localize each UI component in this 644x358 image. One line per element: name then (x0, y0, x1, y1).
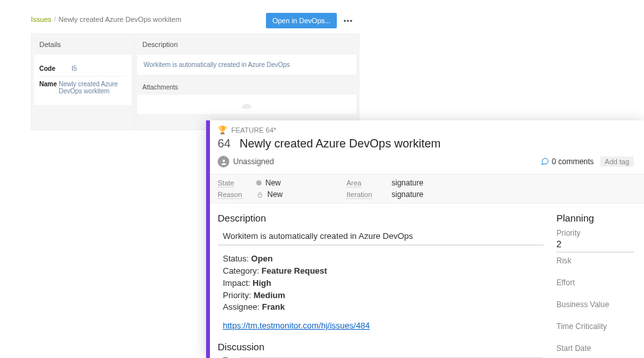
state-band: State New Area signature Reason New Iter… (210, 174, 644, 203)
description-summary[interactable]: Workitem is automatically created in Azu… (218, 229, 544, 245)
issue-panel: Details Code I5 Name Newly created Azure… (31, 33, 359, 130)
svg-rect-1 (258, 194, 262, 197)
code-row: Code I5 (39, 61, 126, 77)
description-text: Workitem is automatically created in Azu… (137, 55, 356, 75)
workitem-type-line: 🏆 FEATURE 64* (218, 126, 634, 135)
code-label: Code (39, 65, 71, 72)
discussion-section: Discussion FK (218, 341, 544, 358)
state-value[interactable]: New (256, 178, 346, 187)
attachment-placeholder-icon (238, 100, 255, 109)
assignee-avatar-icon[interactable] (218, 156, 229, 167)
business-value-label[interactable]: Business Value (556, 300, 634, 309)
reason-label: Reason (218, 191, 242, 199)
description-column: Description Workitem is automatically cr… (135, 34, 359, 129)
risk-label[interactable]: Risk (556, 256, 634, 265)
planning-header: Planning (556, 212, 634, 223)
effort-label[interactable]: Effort (556, 278, 634, 287)
workitem-main-column: Description Workitem is automatically cr… (218, 209, 544, 358)
name-label: Name (39, 80, 59, 95)
workitem-id: 64 (218, 137, 231, 151)
workitem-title-row: 64 Newly created Azure DevOps workitem (218, 137, 634, 151)
breadcrumb-separator: / (54, 15, 56, 23)
description-body[interactable]: Status: Open Category: Feature Request I… (218, 253, 544, 332)
assignee-name[interactable]: Unassigned (233, 157, 274, 166)
priority-value[interactable]: 2 (556, 238, 634, 252)
add-tag-button[interactable]: Add tag (600, 156, 634, 167)
lock-icon (256, 191, 263, 198)
breadcrumb-current: Newly created Azure DevOps workitem (59, 15, 182, 23)
iteration-value[interactable]: signature (392, 190, 636, 199)
attachments-header: Attachments (135, 77, 359, 95)
name-value: Newly created Azure DevOps workitem (59, 80, 126, 95)
discussion-header: Discussion (218, 341, 544, 352)
azure-devops-workitem-card: 🏆 FEATURE 64* 64 Newly created Azure Dev… (206, 120, 644, 358)
source-issue-link[interactable]: https://tm.testmonitor.com/hj/issues/484 (223, 320, 370, 332)
trophy-icon: 🏆 (218, 126, 227, 135)
open-in-devops-button[interactable]: Open in DevOps... (266, 13, 337, 28)
code-value: I5 (71, 65, 77, 72)
breadcrumb-root[interactable]: Issues (31, 15, 52, 23)
feature-label: FEATURE 64* (231, 126, 276, 134)
testmonitor-issue-pane: Issues / Newly created Azure DevOps work… (31, 14, 359, 130)
description-header: Description (135, 34, 359, 55)
priority-label: Priority (556, 229, 634, 238)
comments-count[interactable]: 0 comments (540, 157, 594, 166)
workitem-title[interactable]: Newly created Azure DevOps workitem (240, 137, 440, 151)
svg-point-0 (222, 159, 225, 162)
name-row: Name Newly created Azure DevOps workitem (39, 77, 126, 99)
workitem-meta-row: Unassigned 0 comments Add tag (218, 156, 634, 167)
time-criticality-label[interactable]: Time Criticality (556, 322, 634, 331)
reason-value[interactable]: New (256, 190, 346, 199)
area-value[interactable]: signature (392, 178, 636, 187)
details-header: Details (32, 34, 134, 55)
state-dot-icon (256, 180, 261, 185)
more-actions-icon[interactable]: ••• (343, 17, 353, 24)
details-column: Details Code I5 Name Newly created Azure… (32, 34, 135, 129)
planning-sidebar: Planning Priority 2 Risk Effort Business… (556, 209, 634, 358)
comment-icon (540, 157, 549, 166)
start-date-label[interactable]: Start Date (556, 344, 634, 353)
breadcrumb: Issues / Newly created Azure DevOps work… (31, 14, 359, 24)
area-label: Area (346, 179, 361, 187)
state-label: State (218, 179, 234, 187)
attachments-dropzone[interactable] (137, 95, 356, 114)
description-section-header: Description (218, 212, 544, 223)
iteration-label: Iteration (346, 191, 372, 199)
